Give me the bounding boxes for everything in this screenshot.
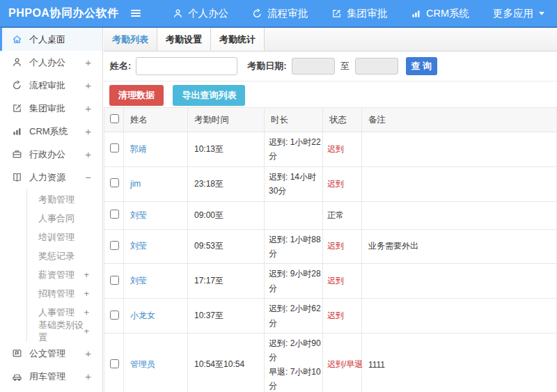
topnav-item-personal-office[interactable]: 个人办公 <box>173 7 228 20</box>
sidebar-item-human-resources[interactable]: 人力资源− <box>0 166 102 189</box>
edit-icon <box>331 8 342 19</box>
employee-link[interactable]: 刘莹 <box>130 241 147 251</box>
column-header-0: 姓名 <box>124 108 188 132</box>
duration-cell: 迟到: 9小时28分 <box>265 264 323 299</box>
sidebar-item-admin-office[interactable]: 行政办公+ <box>0 143 102 166</box>
tab-attendance-settings[interactable]: 考勤设置 <box>157 28 211 51</box>
name-cell: 刘莹 <box>124 229 188 264</box>
row-checkbox[interactable] <box>110 359 119 368</box>
remark-cell: 1111 <box>362 333 557 392</box>
sidebar-item-personal-office[interactable]: 个人办公+ <box>0 51 102 74</box>
tab-attendance-list[interactable]: 考勤列表 <box>104 28 157 51</box>
date-to-label: 至 <box>340 60 350 72</box>
expand-toggle: + <box>85 126 91 136</box>
row-checkbox-cell <box>104 333 124 392</box>
sidebar-item-label: 个人办公 <box>29 56 65 69</box>
table-row: 刘莹17:17至迟到: 9小时28分迟到 <box>104 264 557 299</box>
topnav-item-group-approval[interactable]: 集团审批 <box>331 7 387 20</box>
row-checkbox[interactable] <box>110 143 119 152</box>
row-checkbox[interactable] <box>110 241 119 250</box>
search-button[interactable]: 查 询 <box>406 57 437 75</box>
table-body: 郭靖10:13至迟到: 1小时22分迟到jim23:18至迟到: 14小时30分… <box>104 132 557 392</box>
employee-link[interactable]: 刘莹 <box>130 210 147 220</box>
row-checkbox-cell <box>104 264 124 299</box>
sidebar-item-label: 行政办公 <box>29 148 65 161</box>
tab-attendance-stats[interactable]: 考勤统计 <box>211 28 265 51</box>
status-cell: 迟到 <box>323 264 362 299</box>
sidebar-item-label: 人力资源 <box>29 171 65 184</box>
date-from-input[interactable] <box>292 58 335 75</box>
expand-toggle: + <box>85 149 91 159</box>
sidebar-item-document-mgmt[interactable]: 公文管理+ <box>0 342 102 365</box>
car-icon <box>12 371 24 382</box>
topnav-label: 集团审批 <box>347 7 387 20</box>
sidebar-subitem-training-mgmt[interactable]: 培训管理 <box>27 228 102 246</box>
topnav-item-crm-system[interactable]: CRM系统 <box>411 7 469 20</box>
sidebar-subitem-label: 奖惩记录 <box>38 250 74 262</box>
sidebar-item-label: CRM系统 <box>29 125 68 138</box>
employee-link[interactable]: 刘莹 <box>130 276 147 285</box>
table-row: 小龙女10:37至迟到: 2小时62分迟到 <box>104 299 557 334</box>
row-checkbox-cell <box>104 229 124 264</box>
row-checkbox[interactable] <box>110 311 119 320</box>
employee-link[interactable]: 小龙女 <box>130 311 155 320</box>
action-bar: 清理数据 导出查询列表 <box>104 81 557 107</box>
sidebar-subitem-reward-record[interactable]: 奖惩记录 <box>27 246 102 265</box>
sidebar-subitem-attendance-mgmt[interactable]: 考勤管理 <box>27 190 102 209</box>
sidebar-subitem-label: 基础类别设置 <box>38 319 84 344</box>
sidebar-item-crm-system[interactable]: CRM系统+ <box>0 120 102 143</box>
row-checkbox-cell <box>104 132 124 167</box>
attendance-time-cell: 23:18至 <box>188 166 265 201</box>
sidebar-subitem-salary-mgmt[interactable]: 薪资管理+ <box>27 265 102 284</box>
duration-cell: 迟到: 2小时62分 <box>265 299 323 334</box>
column-header-1: 考勤时间 <box>188 108 265 132</box>
table-row: 郭靖10:13至迟到: 1小时22分迟到 <box>104 132 557 167</box>
name-cell: 郭靖 <box>124 132 188 167</box>
remark-cell <box>362 299 557 334</box>
expand-toggle: + <box>85 371 91 382</box>
name-filter-input[interactable] <box>136 57 237 75</box>
briefcase-icon <box>12 149 24 159</box>
expand-toggle: + <box>85 103 91 113</box>
column-header-3: 状态 <box>323 108 362 132</box>
topnav-label: 流程审批 <box>267 7 308 20</box>
row-checkbox[interactable] <box>110 276 119 285</box>
expand-toggle: + <box>84 270 89 279</box>
table-row: 刘莹09:53至迟到: 1小时88分迟到业务需要外出 <box>104 229 557 264</box>
select-all-checkbox[interactable] <box>110 114 119 123</box>
topnav-item-workflow-approval[interactable]: 流程审批 <box>252 7 308 20</box>
table-row: 刘莹09:00至正常 <box>104 201 557 229</box>
sidebar-item-workflow-approval[interactable]: 流程审批+ <box>0 74 102 97</box>
export-list-button[interactable]: 导出查询列表 <box>173 85 245 106</box>
select-all-cell <box>104 108 124 132</box>
attendance-time-cell: 17:17至 <box>188 264 265 299</box>
row-checkbox-cell <box>104 201 124 229</box>
sidebar-subitem-label: 薪资管理 <box>38 269 74 281</box>
duration-cell: 迟到: 14小时30分 <box>265 166 323 201</box>
hamburger-icon[interactable] <box>129 8 143 19</box>
main-content: 考勤列表考勤设置考勤统计 姓名: 考勤日期: 至 查 询 清理数据 导出查询列表… <box>104 28 557 392</box>
sidebar-subitem-label: 人事管理 <box>38 306 74 319</box>
human-resources-submenu: 考勤管理人事合同培训管理奖惩记录薪资管理+招聘管理+人事管理+基础类别设置+ <box>26 189 102 342</box>
duration-cell: 迟到: 2小时90分 早退: 7小时10分 <box>265 333 323 392</box>
sidebar-subitem-base-category[interactable]: 基础类别设置+ <box>27 322 102 340</box>
topnav-label: CRM系统 <box>426 7 469 20</box>
employee-link[interactable]: 管理员 <box>130 359 155 369</box>
date-to-input[interactable] <box>355 58 398 75</box>
sidebar-item-group-approval[interactable]: 集团审批+ <box>0 97 102 120</box>
sidebar-subitem-hr-contract[interactable]: 人事合同 <box>27 209 102 228</box>
name-cell: 刘莹 <box>124 264 188 299</box>
sidebar-item-personal-desktop[interactable]: 个人桌面 <box>0 28 102 51</box>
sidebar-item-vehicle-mgmt[interactable]: 用车管理+ <box>0 365 102 388</box>
row-checkbox[interactable] <box>110 178 119 187</box>
employee-link[interactable]: 郭靖 <box>130 144 147 154</box>
remark-cell: 业务需要外出 <box>362 229 557 264</box>
topnav-item-more-apps[interactable]: 更多应用 <box>493 7 545 20</box>
clear-data-button[interactable]: 清理数据 <box>109 85 164 106</box>
sidebar-subitem-recruit-mgmt[interactable]: 招聘管理+ <box>27 284 102 303</box>
attendance-table: 姓名考勤时间时长状态备注 郭靖10:13至迟到: 1小时22分迟到jim23:1… <box>104 107 557 392</box>
row-checkbox[interactable] <box>110 210 119 219</box>
expand-toggle: + <box>85 57 91 68</box>
employee-link[interactable]: jim <box>130 179 141 189</box>
duration-cell <box>265 201 323 229</box>
